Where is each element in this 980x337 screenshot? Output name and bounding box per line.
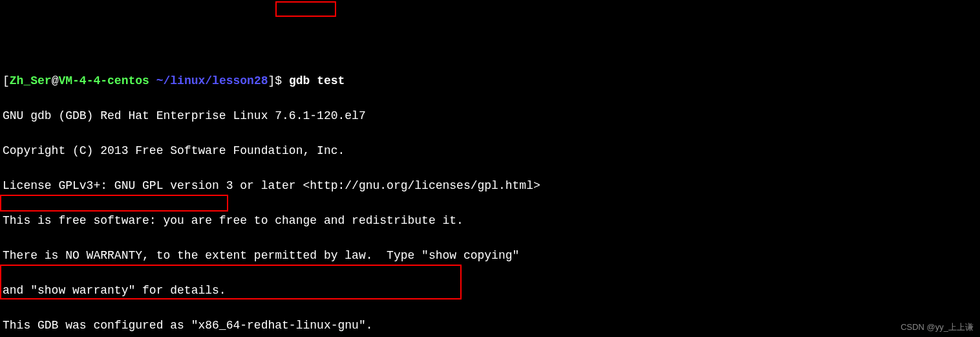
prompt-path: ~/linux/lesson28 [156,74,268,87]
command-input[interactable]: gdb test [289,74,345,87]
output-line: There is NO WARRANTY, to the extent perm… [3,247,977,265]
output-line: and "show warranty" for details. [3,282,977,299]
watermark: CSDN @yy_上上谦 [900,321,974,334]
output-line: License GPLv3+: GNU GPL version 3 or lat… [3,177,977,195]
highlight-box-command [275,1,336,17]
bracket: [ [3,74,10,87]
output-line: This is free software: you are free to c… [3,212,977,230]
output-line: Copyright (C) 2013 Free Software Foundat… [3,142,977,160]
prompt-space [149,74,156,87]
output-line: This GDB was configured as "x86_64-redha… [3,317,977,334]
prompt-user: Zh_Ser [10,74,52,87]
highlight-box-corefile [0,195,228,212]
at-sign: @ [52,74,59,87]
output-line: GNU gdb (GDB) Red Hat Enterprise Linux 7… [3,107,977,125]
prompt-host: VM-4-4-centos [58,74,149,87]
prompt-line: [Zh_Ser@VM-4-4-centos ~/linux/lesson28]$… [3,72,977,90]
bracket-close: ]$ [268,74,289,87]
